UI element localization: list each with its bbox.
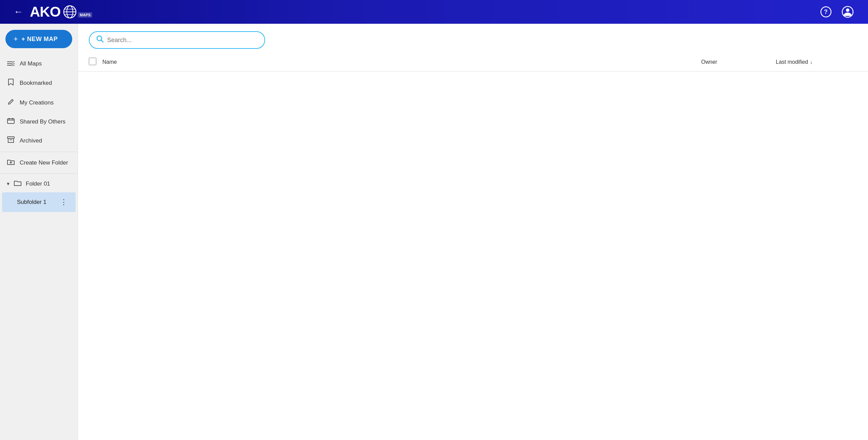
sidebar-item-shared-by-others[interactable]: Shared By Others (0, 112, 78, 131)
sidebar-divider-2 (0, 173, 78, 174)
subfolder-more-button[interactable]: ⋮ (59, 197, 69, 207)
header-right: ? (819, 5, 854, 19)
subfolder-1[interactable]: Subfolder 1 ⋮ (2, 192, 76, 212)
folder-01[interactable]: ▾ Folder 01 (0, 175, 78, 192)
new-folder-icon (7, 159, 15, 167)
svg-text:?: ? (824, 8, 828, 15)
pencil-icon (7, 98, 15, 107)
sidebar-item-all-maps[interactable]: All Maps (0, 54, 78, 73)
shared-icon (7, 118, 15, 126)
column-owner-header: Owner (701, 59, 776, 65)
svg-rect-11 (12, 118, 13, 119)
sidebar-item-bookmarked[interactable]: Bookmarked (0, 73, 78, 93)
main-layout: + + NEW MAP All Maps Bookmarked (0, 24, 868, 440)
my-creations-label: My Creations (20, 99, 54, 106)
search-input[interactable] (107, 37, 258, 44)
search-bar (89, 31, 265, 49)
svg-rect-12 (7, 137, 14, 138)
svg-point-8 (846, 8, 849, 12)
logo-text: AKO (30, 5, 60, 19)
sidebar: + + NEW MAP All Maps Bookmarked (0, 24, 78, 440)
app-header: ← AKO MAPS ? (0, 0, 868, 24)
new-map-button[interactable]: + + NEW MAP (5, 30, 72, 48)
help-icon: ? (820, 6, 832, 18)
sidebar-item-my-creations[interactable]: My Creations (0, 93, 78, 112)
subfolder-1-label: Subfolder 1 (17, 199, 46, 206)
folder-section: ▾ Folder 01 Subfolder 1 ⋮ (0, 175, 78, 212)
search-bar-container (78, 24, 868, 53)
last-modified-label: Last modified (776, 59, 808, 65)
select-all-checkbox-cell (89, 58, 102, 66)
main-content: Name Owner Last modified ↓ (78, 24, 868, 440)
column-last-modified-header[interactable]: Last modified ↓ (776, 59, 857, 65)
bookmarked-label: Bookmarked (20, 80, 52, 87)
back-button[interactable]: ← (14, 6, 23, 17)
column-name-header: Name (102, 59, 701, 65)
header-left: ← AKO MAPS (14, 5, 92, 19)
svg-rect-9 (7, 119, 14, 123)
plus-icon: + (14, 35, 18, 43)
account-button[interactable] (841, 5, 854, 19)
table-body (78, 72, 868, 440)
bookmark-icon (7, 78, 15, 88)
archive-icon (7, 136, 15, 145)
more-vertical-icon: ⋮ (60, 198, 67, 207)
search-icon (96, 35, 104, 45)
svg-rect-10 (8, 118, 10, 119)
sort-arrow-icon: ↓ (810, 59, 812, 65)
account-icon (842, 6, 854, 18)
table-header: Name Owner Last modified ↓ (78, 53, 868, 72)
new-map-label: + NEW MAP (21, 36, 58, 43)
folder-01-label: Folder 01 (26, 180, 50, 187)
chevron-down-icon: ▾ (7, 180, 9, 187)
sidebar-item-create-new-folder[interactable]: Create New Folder (0, 153, 78, 172)
select-all-checkbox[interactable] (89, 58, 96, 65)
app-logo: AKO MAPS (30, 5, 92, 19)
all-maps-label: All Maps (20, 60, 42, 67)
help-button[interactable]: ? (819, 5, 833, 19)
archived-label: Archived (20, 137, 42, 144)
all-maps-icon (7, 60, 15, 68)
sidebar-item-archived[interactable]: Archived (0, 131, 78, 150)
create-new-folder-label: Create New Folder (20, 159, 68, 166)
svg-line-14 (101, 40, 103, 42)
sidebar-divider (0, 152, 78, 152)
shared-by-others-label: Shared By Others (20, 118, 65, 125)
folder-icon (14, 180, 22, 188)
maps-badge: MAPS (78, 12, 92, 18)
globe-icon (63, 5, 77, 19)
